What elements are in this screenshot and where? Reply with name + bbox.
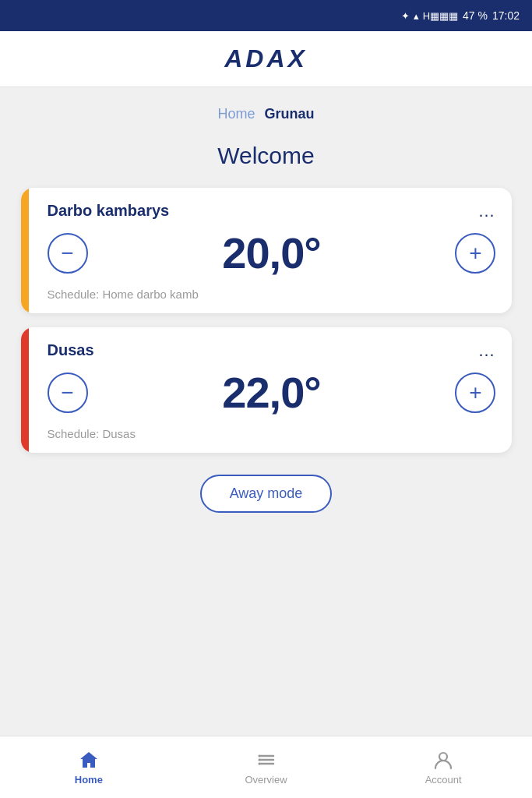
room-header-dusas: Dusas … — [48, 341, 496, 359]
bottom-nav: Home Overview Account — [0, 736, 532, 798]
welcome-title: Welcome — [217, 143, 314, 169]
nav-account[interactable]: Account — [354, 749, 532, 786]
temperature-darbo: 20,0° — [222, 228, 320, 278]
bluetooth-icon: ✦ — [401, 10, 410, 22]
time-label: 17:02 — [492, 9, 520, 22]
wifi-icon: ▴ — [414, 10, 419, 22]
schedule-darbo: Schedule: Home darbo kamb — [48, 288, 496, 301]
svg-point-3 — [258, 755, 260, 757]
battery-label: 47 % — [463, 9, 488, 22]
room-menu-dusas[interactable]: … — [478, 342, 496, 359]
svg-point-5 — [258, 763, 260, 765]
room-card-dusas: Dusas … − 22,0° + Schedule: Dusas — [21, 327, 512, 453]
room-card-darbo: Darbo kambarys … − 20,0° + Schedule: Hom… — [21, 188, 512, 313]
breadcrumb-home[interactable]: Home — [217, 106, 255, 122]
svg-point-6 — [439, 753, 447, 761]
nav-overview-label: Overview — [245, 774, 287, 786]
increment-btn-dusas[interactable]: + — [455, 373, 495, 413]
nav-overview[interactable]: Overview — [178, 749, 355, 786]
nav-home[interactable]: Home — [0, 749, 178, 786]
app-logo: ADAX — [224, 44, 308, 73]
status-icons: ✦ ▴ H​▦▦▦ — [401, 10, 458, 22]
room-name-darbo: Darbo kambarys — [48, 202, 170, 220]
room-card-inner-darbo: Darbo kambarys … − 20,0° + Schedule: Hom… — [37, 202, 496, 301]
home-icon — [78, 749, 100, 771]
room-controls-darbo: − 20,0° + — [48, 228, 496, 278]
app-header: ADAX — [0, 31, 532, 87]
overview-icon — [255, 749, 277, 771]
schedule-dusas: Schedule: Dusas — [48, 427, 496, 440]
breadcrumb: Home Grunau — [217, 106, 314, 122]
breadcrumb-grunau[interactable]: Grunau — [265, 106, 315, 122]
decrement-btn-darbo[interactable]: − — [48, 233, 88, 274]
decrement-btn-dusas[interactable]: − — [48, 373, 88, 413]
minus-icon-dusas: − — [61, 380, 73, 405]
away-mode-button[interactable]: Away mode — [200, 475, 333, 513]
room-indicator-dusas — [21, 327, 29, 453]
plus-icon-dusas: + — [469, 380, 481, 405]
room-indicator-darbo — [21, 188, 29, 313]
room-header-darbo: Darbo kambarys … — [48, 202, 496, 220]
nav-account-label: Account — [425, 774, 462, 786]
temperature-dusas: 22,0° — [222, 367, 320, 418]
status-bar: ✦ ▴ H​▦▦▦ 47 % 17:02 — [0, 0, 532, 31]
signal-icon: H​▦▦▦ — [423, 10, 458, 22]
plus-icon-darbo: + — [469, 241, 481, 266]
svg-point-4 — [258, 759, 260, 761]
room-name-dusas: Dusas — [48, 341, 94, 359]
room-menu-darbo[interactable]: … — [478, 203, 496, 220]
increment-btn-darbo[interactable]: + — [455, 233, 495, 274]
room-card-inner-dusas: Dusas … − 22,0° + Schedule: Dusas — [37, 341, 496, 440]
main-content: Home Grunau Welcome Darbo kambarys … − 2… — [0, 87, 532, 736]
nav-home-label: Home — [75, 774, 103, 786]
minus-icon-darbo: − — [61, 241, 73, 266]
account-icon — [432, 749, 454, 771]
room-controls-dusas: − 22,0° + — [48, 367, 496, 418]
